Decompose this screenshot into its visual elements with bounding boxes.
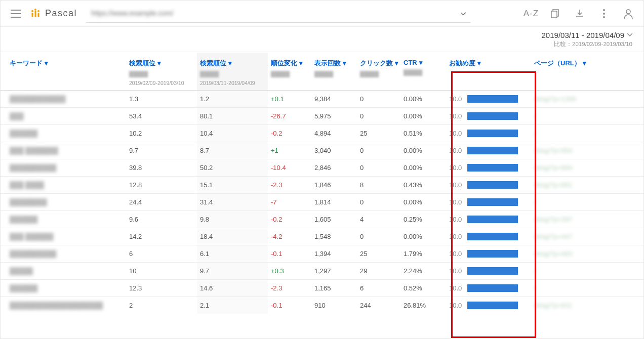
cell-clicks: 25 <box>357 125 400 142</box>
cell-impressions: 910 <box>311 297 357 314</box>
account-button[interactable] <box>618 4 638 24</box>
cell-impressions: 9,384 <box>311 91 357 108</box>
cell-rank-prev: 10 <box>126 263 197 280</box>
cell-diff: -0.2 <box>268 211 311 228</box>
date-range-picker[interactable]: 2019/03/11 - 2019/04/09 <box>542 31 632 39</box>
table-row[interactable]: ███ ██████ 14.2 18.4 -4.2 1,548 0 0.00% … <box>1 228 643 245</box>
cell-page-url[interactable]: /blog/?p=954 <box>531 142 643 159</box>
col-header-clicks[interactable]: クリック数▾ █████ <box>357 53 400 91</box>
cell-diff: -0.1 <box>268 245 311 263</box>
url-selector[interactable]: https://www.example.com/ <box>86 5 471 23</box>
table-row[interactable]: ████████ 24.4 31.4 -7 1,814 0 0.00% 10.0… <box>1 194 643 211</box>
cell-keyword: ████████ <box>1 194 126 211</box>
table-row[interactable]: ██████████ 39.8 50.2 -10.4 2,846 0 0.00%… <box>1 159 643 177</box>
cell-ctr: 0.52% <box>400 280 446 297</box>
col-header-ctr[interactable]: CTR▾ █████ <box>400 53 446 91</box>
app-bar: Pascal https://www.example.com/ A-Z <box>1 1 643 27</box>
svg-rect-7 <box>551 11 557 18</box>
copy-button[interactable] <box>545 4 566 24</box>
table-row[interactable]: ███ ███████ 9.7 8.7 +1 3,040 0 0.00% 10.… <box>1 142 643 159</box>
download-button[interactable] <box>570 4 590 24</box>
table-row[interactable]: ██████ 9.6 9.8 -0.2 1,605 4 0.25% 10.0 /… <box>1 211 643 228</box>
cell-recommendation: 10.0 <box>446 142 531 159</box>
col-header-rank-curr[interactable]: 検索順位▾ █████ 2019/03/11-2019/04/09 <box>197 53 268 91</box>
copy-icon <box>551 9 560 18</box>
chevron-down-icon: ▾ <box>395 59 398 67</box>
cell-recommendation: 10.0 <box>446 211 531 228</box>
user-icon <box>623 9 633 19</box>
cell-diff: +0.3 <box>268 263 311 280</box>
cell-page-url[interactable]: /blog/?p=1399 <box>531 91 643 108</box>
cell-impressions: 1,165 <box>311 280 357 297</box>
cell-keyword: ████████████████████ <box>1 297 126 314</box>
more-button[interactable] <box>594 4 614 24</box>
cell-keyword: ██████████ <box>1 245 126 263</box>
cell-page-url[interactable]: / <box>531 263 643 280</box>
cell-rank-prev: 10.2 <box>126 125 197 142</box>
cell-rank-prev: 12.3 <box>126 280 197 297</box>
svg-point-1 <box>34 9 36 11</box>
cell-page-url[interactable]: /blog/?p=994 <box>531 159 643 177</box>
cell-ctr: 0.00% <box>400 228 446 245</box>
cell-keyword: ██████ <box>1 211 126 228</box>
cell-recommendation: 10.0 <box>446 280 531 297</box>
chevron-down-icon: ▾ <box>583 59 586 67</box>
cell-recommendation: 10.0 <box>446 108 531 125</box>
svg-point-10 <box>603 16 605 18</box>
cell-rank-curr: 31.4 <box>197 194 268 211</box>
svg-point-8 <box>603 9 605 11</box>
table-row[interactable]: ████████████ 1.3 1.2 +0.1 9,384 0 0.00% … <box>1 91 643 108</box>
col-header-impressions[interactable]: 表示回数▾ █████ <box>311 53 357 91</box>
table-row[interactable]: ███ ████ 12.8 15.1 -2.3 1,846 8 0.43% 10… <box>1 177 643 194</box>
col-header-diff[interactable]: 順位変化▾ █████ <box>268 53 311 91</box>
cell-ctr: 26.81% <box>400 297 446 314</box>
sort-az-button[interactable]: A-Z <box>521 4 541 24</box>
cell-page-url[interactable]: / <box>531 125 643 142</box>
table-row[interactable]: ██████████ 6 6.1 -0.1 1,394 25 1.79% 10.… <box>1 245 643 263</box>
cell-rank-prev: 9.7 <box>126 142 197 159</box>
table-row[interactable]: ████████████████████ 2 2.1 -0.1 910 244 … <box>1 297 643 314</box>
cell-keyword: ███ ███████ <box>1 142 126 159</box>
cell-keyword: ███ <box>1 108 126 125</box>
cell-ctr: 0.51% <box>400 125 446 142</box>
data-table-container: キーワード▾ 検索順位▾ █████ 2019/02/09-2019/03/10… <box>1 53 643 338</box>
col-header-rank-prev[interactable]: 検索順位▾ █████ 2019/02/09-2019/03/10 <box>126 53 197 91</box>
cell-diff: +0.1 <box>268 91 311 108</box>
table-row[interactable]: █████ 10 9.7 +0.3 1,297 29 2.24% 10.0 / <box>1 263 643 280</box>
chevron-down-icon: ▾ <box>157 59 161 67</box>
cell-rank-prev: 12.8 <box>126 177 197 194</box>
kebab-icon <box>603 9 605 18</box>
svg-point-2 <box>37 10 39 12</box>
cell-clicks: 0 <box>357 142 400 159</box>
cell-ctr: 2.24% <box>400 263 446 280</box>
cell-rank-curr: 15.1 <box>197 177 268 194</box>
cell-recommendation: 10.0 <box>446 177 531 194</box>
cell-diff: -10.4 <box>268 159 311 177</box>
cell-rank-prev: 9.6 <box>126 211 197 228</box>
cell-page-url[interactable]: /blog/?p=447 <box>531 228 643 245</box>
cell-page-url[interactable]: / <box>531 194 643 211</box>
table-row[interactable]: ██████ 12.3 14.6 -2.3 1,165 6 0.52% 10.0… <box>1 280 643 297</box>
col-header-recommendation[interactable]: お勧め度▾ <box>446 53 531 91</box>
menu-button[interactable] <box>6 4 26 24</box>
cell-diff: -0.1 <box>268 297 311 314</box>
cell-page-url[interactable]: /blog/?p=493 <box>531 245 643 263</box>
keyword-table: キーワード▾ 検索順位▾ █████ 2019/02/09-2019/03/10… <box>1 53 643 314</box>
table-row[interactable]: ███ 53.4 80.1 -26.7 5,975 0 0.00% 10.0 / <box>1 108 643 125</box>
table-row[interactable]: ██████ 10.2 10.4 -0.2 4,894 25 0.51% 10.… <box>1 125 643 142</box>
cell-diff: -0.2 <box>268 125 311 142</box>
cell-keyword: ███ ████ <box>1 177 126 194</box>
col-header-page[interactable]: ページ（URL）▾ <box>531 53 643 91</box>
cell-page-url[interactable]: /blog/?p=631 <box>531 297 643 314</box>
cell-page-url[interactable]: / <box>531 108 643 125</box>
col-header-keyword[interactable]: キーワード▾ <box>1 53 126 91</box>
cell-impressions: 4,894 <box>311 125 357 142</box>
chevron-down-icon: ▾ <box>419 59 423 66</box>
cell-page-url[interactable]: / <box>531 280 643 297</box>
cell-page-url[interactable]: /blog/?p=991 <box>531 177 643 194</box>
cell-keyword: ██████████ <box>1 159 126 177</box>
cell-rank-curr: 9.8 <box>197 211 268 228</box>
cell-diff: -26.7 <box>268 108 311 125</box>
cell-clicks: 0 <box>357 108 400 125</box>
cell-page-url[interactable]: /blog/?p=397 <box>531 211 643 228</box>
